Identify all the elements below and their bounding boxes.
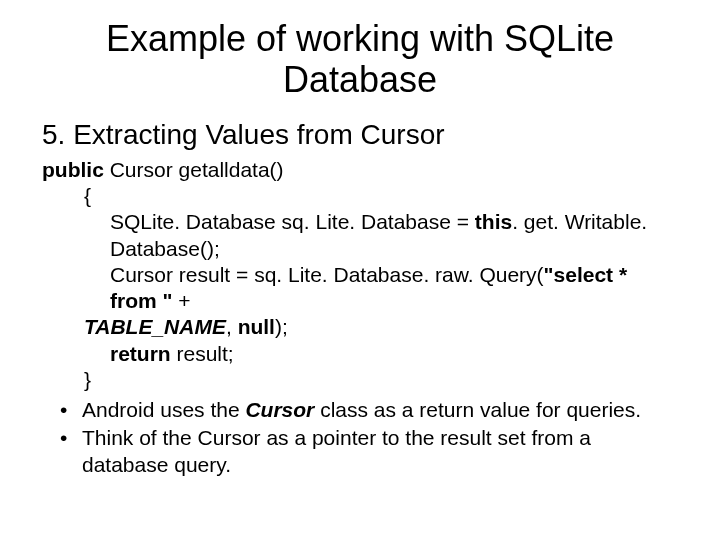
bullet-pre: Android uses the [82, 398, 245, 421]
list-item: Android uses the Cursor class as a retur… [60, 397, 678, 423]
sig-rest: Cursor getalldata() [104, 158, 284, 181]
bullet-list: Android uses the Cursor class as a retur… [60, 397, 678, 478]
keyword-public: public [42, 158, 104, 181]
list-item: Think of the Cursor as a pointer to the … [60, 425, 678, 478]
code-line-3-rest: result; [177, 342, 234, 365]
code-block: public Cursor getalldata() { SQLite. Dat… [42, 157, 678, 393]
code-line-2: Cursor result = sq. Lite. Database. raw.… [110, 262, 678, 315]
code-line-3: return result; [110, 341, 678, 367]
code-line-2c: , [226, 315, 238, 338]
code-line-2d: ); [275, 315, 288, 338]
code-line-2b: + [172, 289, 190, 312]
section-text: Extracting Values from Cursor [73, 119, 444, 150]
bullet-pre: Think of the Cursor as a pointer to the … [82, 426, 591, 475]
bullet-em: Cursor [245, 398, 314, 421]
code-signature: public Cursor getalldata() [42, 157, 678, 183]
brace-close: } [84, 367, 678, 393]
brace-open: { [84, 183, 678, 209]
bullet-post: class as a return value for queries. [314, 398, 641, 421]
section-heading: 5. Extracting Values from Cursor [42, 119, 678, 151]
keyword-null: null [238, 315, 275, 338]
keyword-this: this [475, 210, 512, 233]
keyword-return: return [110, 342, 177, 365]
code-line-2-wrap: TABLE_NAME, null); [84, 314, 678, 340]
code-line-1a: SQLite. Database sq. Lite. Database = [110, 210, 475, 233]
table-name: TABLE_NAME [84, 315, 226, 338]
slide-title: Example of working with SQLite Database [42, 18, 678, 101]
code-line-2a: Cursor result = sq. Lite. Database. raw.… [110, 263, 544, 286]
section-number: 5. [42, 119, 65, 150]
code-line-1: SQLite. Database sq. Lite. Database = th… [110, 209, 678, 262]
